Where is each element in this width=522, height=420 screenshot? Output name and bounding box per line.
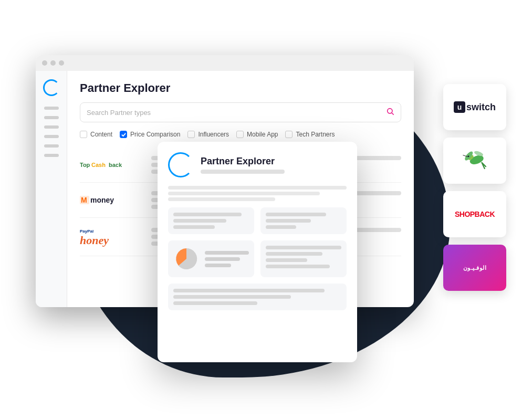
chart-bar-2 <box>205 257 240 261</box>
filter-price-comparison-label: Price Comparison <box>130 131 180 138</box>
uswitch-u-box: u <box>454 101 465 113</box>
uswitch-logo: u switch <box>454 101 496 113</box>
svg-text:money: money <box>90 196 114 204</box>
grid-bar-2 <box>173 219 226 223</box>
sidebar-item-5[interactable] <box>44 144 59 148</box>
checkbox-tech-partners[interactable] <box>285 131 293 138</box>
detail-title-block: Partner Explorer <box>201 156 285 174</box>
brand-card-shopback[interactable]: SHOPBACK <box>443 191 506 237</box>
brand-card-uswitch[interactable]: u switch <box>443 84 506 130</box>
chart-bar-3 <box>205 264 231 267</box>
svg-text:M: M <box>81 196 87 204</box>
shopback-logo: SHOPBACK <box>455 210 495 218</box>
detail-logo <box>168 152 193 177</box>
detail-card-title: Partner Explorer <box>201 156 285 167</box>
detail-description <box>168 186 347 201</box>
hummingbird-icon <box>459 145 490 176</box>
filter-content[interactable]: Content <box>80 131 112 138</box>
filter-price-comparison[interactable]: Price Comparison <box>120 131 180 138</box>
filter-influencers[interactable]: Influencers <box>187 131 229 138</box>
desc-bar-2 <box>168 192 320 195</box>
detail-subtitle <box>201 170 285 174</box>
search-placeholder: Search Partner types <box>87 109 386 117</box>
bottom-bar-1 <box>173 289 325 292</box>
bottom-bar-2 <box>173 295 291 299</box>
grid-item-1 <box>168 207 254 234</box>
svg-text:back: back <box>109 162 122 168</box>
filter-tech-partners[interactable]: Tech Partners <box>285 131 335 138</box>
search-icon[interactable] <box>386 107 394 118</box>
bottom-bar-3 <box>173 301 257 305</box>
arabic-brand-logo: الوفـيـون <box>461 262 489 274</box>
chart-info-bar-2 <box>266 252 322 256</box>
svg-point-0 <box>388 109 392 113</box>
browser-titlebar <box>36 55 414 71</box>
sidebar-logo <box>43 79 60 96</box>
topcashback-logo: Top Cash back <box>80 158 143 172</box>
chart-info-bar-1 <box>266 246 341 249</box>
grid-bar-6 <box>266 225 296 229</box>
filter-influencers-label: Influencers <box>198 131 229 138</box>
checkbox-price-comparison[interactable] <box>120 131 127 138</box>
sidebar-item-1[interactable] <box>44 107 59 110</box>
svg-text:Cash: Cash <box>91 162 106 168</box>
grid-bar-3 <box>173 225 215 229</box>
chart-bars <box>205 251 249 267</box>
window-dot-red <box>42 60 47 66</box>
sidebar-item-4[interactable] <box>44 135 59 138</box>
detail-chart-section <box>168 240 347 277</box>
checkbox-influencers[interactable] <box>187 131 195 138</box>
checkbox-mobile-app[interactable] <box>236 131 244 138</box>
chart-info-bar-4 <box>266 265 330 268</box>
filter-mobile-app-label: Mobile App <box>247 131 278 138</box>
window-dot-yellow <box>50 60 56 66</box>
brand-cards: u switch SHOPBACK الوفـيـون <box>443 84 506 291</box>
money-logo: M money <box>80 193 143 207</box>
desc-bar-3 <box>168 197 275 201</box>
svg-text:PayPal: PayPal <box>80 229 93 234</box>
sidebar <box>36 71 67 307</box>
filter-tech-partners-label: Tech Partners <box>296 131 335 138</box>
svg-text:honey: honey <box>80 234 109 247</box>
sidebar-item-2[interactable] <box>44 116 59 119</box>
desc-bar-1 <box>168 186 347 190</box>
checkbox-content[interactable] <box>80 131 87 138</box>
page-title: Partner Explorer <box>80 81 401 95</box>
grid-item-2 <box>260 207 347 234</box>
search-bar[interactable]: Search Partner types <box>80 102 401 122</box>
pie-chart <box>173 246 200 272</box>
sidebar-item-6[interactable] <box>44 154 59 157</box>
grid-bar-5 <box>266 219 311 223</box>
detail-card: Partner Explorer <box>158 142 357 362</box>
brand-card-hummingbird[interactable] <box>443 138 506 184</box>
detail-bottom <box>168 284 347 310</box>
grid-bar-1 <box>173 213 242 216</box>
filter-mobile-app[interactable]: Mobile App <box>236 131 278 138</box>
svg-text:Top: Top <box>80 162 90 168</box>
detail-header: Partner Explorer <box>168 152 347 177</box>
chart-info-bar-3 <box>266 258 307 262</box>
uswitch-label: switch <box>466 102 496 113</box>
chart-box <box>168 240 254 277</box>
detail-grid <box>168 207 347 234</box>
sidebar-item-3[interactable] <box>44 125 59 129</box>
svg-point-16 <box>468 155 469 157</box>
chart-info-box <box>260 240 347 277</box>
grid-bar-4 <box>266 213 326 216</box>
chart-bar-1 <box>205 251 249 255</box>
brand-card-purple[interactable]: الوفـيـون <box>443 245 506 291</box>
svg-line-1 <box>392 113 394 115</box>
filter-content-label: Content <box>90 131 112 138</box>
filter-tabs: Content Price Comparison Influencers Mob… <box>80 131 401 138</box>
window-dot-green <box>59 60 64 66</box>
honey-logo: PayPal honey <box>80 226 143 247</box>
